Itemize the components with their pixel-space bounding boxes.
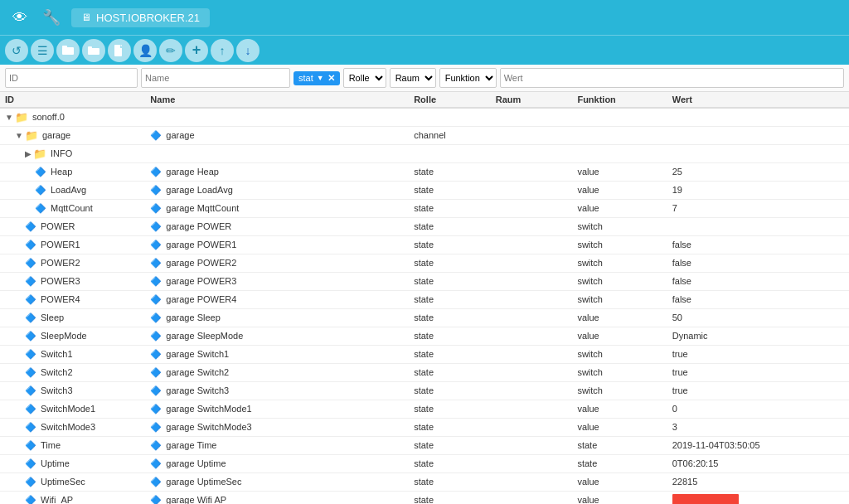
cell-raum <box>491 254 573 272</box>
cell-status <box>354 199 409 217</box>
cell-name: 🔷garage Switch2 <box>145 363 354 381</box>
cell-name: 🔷garage Time <box>145 436 354 454</box>
id-text: Switch2 <box>41 367 73 377</box>
name-state-icon: 🔷 <box>150 349 162 360</box>
cell-status <box>354 345 409 363</box>
add-button[interactable]: + <box>185 39 208 62</box>
topbar: 👁 🔧 🖥 HOST.IOBROKER.21 <box>0 0 849 35</box>
table-row[interactable]: 🔷Heap🔷garage Heapstatevalue25 <box>0 162 849 181</box>
filter-wert-input[interactable] <box>500 68 844 88</box>
filter-status-remove[interactable]: ✕ <box>327 73 335 84</box>
col-header-name: Name <box>145 92 354 108</box>
id-text: Heap <box>51 167 72 177</box>
cell-name: 🔷garage POWER <box>145 217 354 235</box>
name-state-icon: 🔷 <box>150 367 162 378</box>
filter-raum-select[interactable]: Raum <box>390 68 436 88</box>
id-text: Wifi_AP <box>41 495 73 504</box>
cell-raum <box>491 217 573 235</box>
table-row[interactable]: 🔷Switch2🔷garage Switch2stateswitchtrue <box>0 363 849 381</box>
tree-arrow[interactable]: ▼ <box>5 113 13 122</box>
table-row[interactable]: 🔷POWER1🔷garage POWER1stateswitchfalse <box>0 235 849 254</box>
cell-wert <box>667 108 849 126</box>
cell-raum <box>491 472 573 491</box>
id-text: Switch3 <box>41 385 73 395</box>
cell-name: 🔷garage POWER3 <box>145 272 354 290</box>
cell-status <box>354 327 409 345</box>
cell-wert <box>667 144 849 162</box>
state-icon: 🔷 <box>25 221 36 232</box>
cell-funktion: state <box>572 436 667 454</box>
table-row[interactable]: ▼ 📁garage🔷garagechannel <box>0 126 849 144</box>
cell-status <box>354 144 409 162</box>
state-icon: 🔷 <box>25 276 36 287</box>
cell-funktion: switch <box>572 381 667 400</box>
user-button[interactable]: 👤 <box>133 39 157 62</box>
table-row[interactable]: 🔷Uptime🔷garage Uptimestatestate0T06:20:1… <box>0 454 849 472</box>
cell-rolle: state <box>409 436 491 454</box>
cell-status <box>354 363 409 381</box>
filter-id-input[interactable] <box>5 68 138 88</box>
id-text: Sleep <box>41 313 64 322</box>
list-button[interactable]: ☰ <box>31 39 54 62</box>
cell-name: 🔷garage SwitchMode3 <box>145 418 354 436</box>
cell-rolle: state <box>409 272 491 290</box>
cell-name <box>145 144 354 162</box>
folder-button[interactable] <box>56 39 80 62</box>
cell-id: 🔷Time <box>0 436 145 454</box>
cell-raum <box>491 345 573 363</box>
table-row[interactable]: 🔷Switch1🔷garage Switch1stateswitchtrue <box>0 345 849 363</box>
col-header-raum: Raum <box>491 92 573 108</box>
cell-wert: 25 <box>667 162 849 181</box>
name-state-icon: 🔷 <box>150 313 162 323</box>
table-row[interactable]: 🔷POWER🔷garage POWERstateswitch <box>0 217 849 235</box>
cell-status <box>354 108 409 126</box>
cell-id: 🔷POWER2 <box>0 254 145 272</box>
table-row[interactable]: 🔷UptimeSec🔷garage UptimeSecstatevalue228… <box>0 472 849 491</box>
filter-rolle-select[interactable]: Rolle <box>343 68 386 88</box>
table-row[interactable]: 🔷Switch3🔷garage Switch3stateswitchtrue <box>0 381 849 400</box>
tree-arrow[interactable]: ▶ <box>25 149 32 158</box>
table-row[interactable]: 🔷Wifi_AP🔷garage Wifi APstatevalue <box>0 491 849 504</box>
table-row[interactable]: 🔷MqttCount🔷garage MqttCountstatevalue7 <box>0 199 849 217</box>
cell-rolle: state <box>409 327 491 345</box>
open-folder-button[interactable] <box>82 39 105 62</box>
name-text: garage Switch3 <box>166 385 229 395</box>
table-row[interactable]: ▶ 📁INFO <box>0 144 849 162</box>
col-header-rolle: Rolle <box>409 92 491 108</box>
cell-wert: false <box>667 272 849 290</box>
cell-id: 🔷POWER <box>0 217 145 235</box>
table-row[interactable]: 🔷Time🔷garage Timestatestate2019-11-04T03… <box>0 436 849 454</box>
state-icon: 🔷 <box>25 404 36 414</box>
name-state-icon: 🔷 <box>150 130 162 141</box>
wrench-icon[interactable]: 🔧 <box>40 6 63 29</box>
table-row[interactable]: 🔷POWER3🔷garage POWER3stateswitchfalse <box>0 272 849 290</box>
table-row[interactable]: 🔷POWER4🔷garage POWER4stateswitchfalse <box>0 290 849 308</box>
table-row[interactable]: 🔷LoadAvg🔷garage LoadAvgstatevalue19 <box>0 181 849 199</box>
cell-status <box>354 272 409 290</box>
eye-icon[interactable]: 👁 <box>8 6 32 29</box>
refresh-button[interactable]: ↺ <box>5 39 28 62</box>
id-text: POWER2 <box>41 258 80 268</box>
cell-rolle: state <box>409 400 491 418</box>
download-button[interactable]: ↓ <box>236 39 260 62</box>
file-button[interactable] <box>108 39 131 62</box>
table-row[interactable]: 🔷Sleep🔷garage Sleepstatevalue50 <box>0 308 849 327</box>
table-row[interactable]: 🔷SwitchMode3🔷garage SwitchMode3statevalu… <box>0 418 849 436</box>
tree-arrow[interactable]: ▼ <box>15 131 23 140</box>
filter-name-input[interactable] <box>141 68 290 88</box>
name-text: garage SwitchMode1 <box>166 404 251 414</box>
table-row[interactable]: 🔷POWER2🔷garage POWER2stateswitchfalse <box>0 254 849 272</box>
cell-name: 🔷garage Wifi AP <box>145 491 354 504</box>
filter-funktion-select[interactable]: Funktion <box>439 68 497 88</box>
id-text: sonoff.0 <box>32 112 65 122</box>
name-text: garage <box>166 130 194 140</box>
table-row[interactable]: 🔷SwitchMode1🔷garage SwitchMode1statevalu… <box>0 400 849 418</box>
folder-icon: 📁 <box>15 111 28 124</box>
table-row[interactable]: ▼ 📁sonoff.0 <box>0 108 849 126</box>
cell-rolle: state <box>409 181 491 199</box>
edit-button[interactable]: ✏ <box>159 39 182 62</box>
upload-button[interactable]: ↑ <box>211 39 234 62</box>
hostname-display[interactable]: 🖥 HOST.IOBROKER.21 <box>71 8 210 27</box>
table-row[interactable]: 🔷SleepMode🔷garage SleepModestatevalueDyn… <box>0 327 849 345</box>
cell-name: 🔷garage SleepMode <box>145 327 354 345</box>
